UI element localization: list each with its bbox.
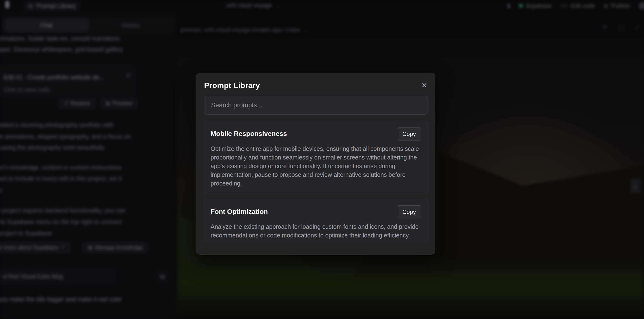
prompt-list: Mobile Responsiveness Copy Optimize the …	[204, 121, 428, 242]
modal-title: Prompt Library	[204, 81, 260, 90]
app-window: ▤ Prompt Library urth cloud voyage ⌄ ▮ S…	[0, 0, 644, 319]
prompt-card-header: Font Optimization Copy	[210, 206, 422, 218]
close-icon[interactable]: ✕	[422, 82, 428, 89]
copy-button[interactable]: Copy	[397, 206, 422, 218]
prompt-card: Mobile Responsiveness Copy Optimize the …	[204, 121, 428, 194]
prompt-title: Font Optimization	[210, 206, 268, 216]
search-input[interactable]	[204, 96, 428, 114]
prompt-body: Analyze the existing approach for loadin…	[210, 222, 422, 240]
prompt-card: Font Optimization Copy Analyze the exist…	[204, 199, 428, 242]
prompt-title: Mobile Responsiveness	[210, 128, 287, 138]
modal-header: Prompt Library ✕	[204, 80, 428, 91]
prompt-body: Optimize the entire app for mobile devic…	[210, 144, 422, 188]
prompt-library-modal: Prompt Library ✕ Mobile Responsiveness C…	[196, 73, 435, 254]
prompt-card-header: Mobile Responsiveness Copy	[210, 128, 422, 140]
copy-button[interactable]: Copy	[397, 128, 422, 140]
